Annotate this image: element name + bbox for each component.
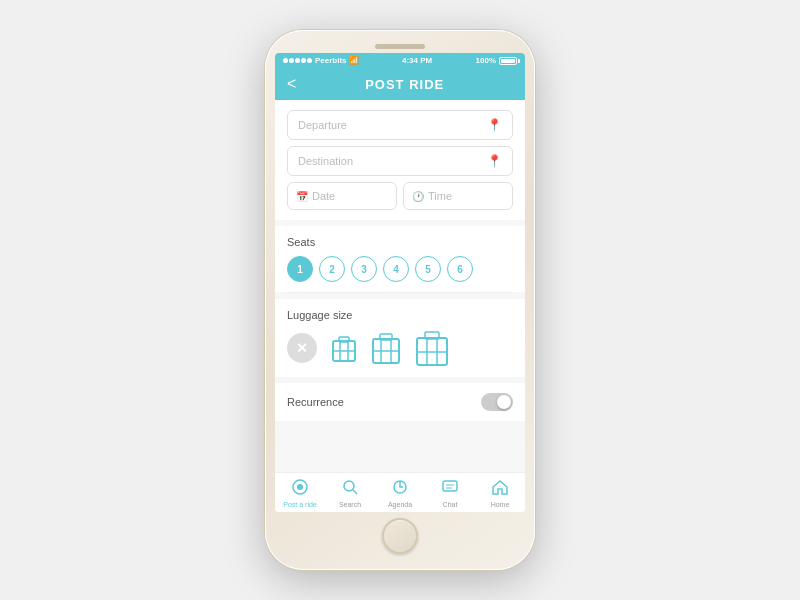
signal-dots [283,56,313,65]
home-icon [492,479,508,499]
no-luggage-icon: ✕ [287,333,317,363]
time-field[interactable]: 🕐 Time [403,182,513,210]
luggage-options: ✕ [287,329,513,367]
destination-field[interactable]: Destination 📍 [287,146,513,176]
status-right: 100% [476,56,517,65]
svg-line-18 [353,490,357,494]
seat-options: 1 2 3 4 5 6 [287,256,513,282]
time-label: 4:34 PM [402,56,432,65]
page-title: POST RIDE [296,77,513,92]
seats-section: Seats 1 2 3 4 5 6 [275,226,525,292]
time-placeholder: Time [428,190,452,202]
phone-speaker [375,44,425,49]
form-section: Departure 📍 Destination 📍 📅 Date 🕐 Time [275,100,525,220]
luggage-label: Luggage size [287,309,513,321]
date-field[interactable]: 📅 Date [287,182,397,210]
chat-label: Chat [443,501,458,508]
calendar-icon: 📅 [296,191,308,202]
status-bar: Peerbits 📶 4:34 PM 100% [275,53,525,68]
post-ride-icon [292,479,308,499]
agenda-icon [392,479,408,499]
destination-pin-icon: 📍 [487,154,502,168]
departure-placeholder: Departure [298,119,487,131]
bottom-nav: Post a ride Search Agenda Chat [275,472,525,512]
departure-field[interactable]: Departure 📍 [287,110,513,140]
battery-icon [499,57,517,65]
large-luggage-icon [415,329,449,367]
wifi-icon: 📶 [349,56,359,65]
date-time-row: 📅 Date 🕐 Time [287,182,513,210]
app-header: < POST RIDE [275,68,525,100]
luggage-medium-button[interactable] [371,331,401,365]
luggage-section: Luggage size ✕ [275,299,525,377]
svg-point-17 [344,481,354,491]
clock-icon: 🕐 [412,191,424,202]
post-ride-label: Post a ride [283,501,316,508]
home-label: Home [491,501,510,508]
recurrence-toggle[interactable] [481,393,513,411]
seat-6-button[interactable]: 6 [447,256,473,282]
seat-1-button[interactable]: 1 [287,256,313,282]
battery-label: 100% [476,56,496,65]
nav-search[interactable]: Search [325,479,375,508]
nav-chat[interactable]: Chat [425,479,475,508]
seats-label: Seats [287,236,513,248]
spacer [275,421,525,472]
luggage-small-button[interactable] [331,333,357,363]
seat-4-button[interactable]: 4 [383,256,409,282]
search-label: Search [339,501,361,508]
destination-placeholder: Destination [298,155,487,167]
seat-3-button[interactable]: 3 [351,256,377,282]
search-icon [342,479,358,499]
luggage-none-button[interactable]: ✕ [287,333,317,363]
medium-luggage-icon [371,331,401,365]
nav-home[interactable]: Home [475,479,525,508]
chat-icon [442,479,458,499]
phone-frame: Peerbits 📶 4:34 PM 100% < POST RIDE Depa… [265,30,535,570]
carrier-label: Peerbits [315,56,347,65]
status-left: Peerbits 📶 [283,56,359,65]
phone-screen: Peerbits 📶 4:34 PM 100% < POST RIDE Depa… [275,53,525,512]
agenda-label: Agenda [388,501,412,508]
nav-post-ride[interactable]: Post a ride [275,479,325,508]
recurrence-label: Recurrence [287,396,344,408]
divider [287,292,513,293]
home-button[interactable] [382,518,418,554]
main-content: Departure 📍 Destination 📍 📅 Date 🕐 Time [275,100,525,472]
svg-rect-20 [443,481,457,491]
location-pin-icon: 📍 [487,118,502,132]
nav-agenda[interactable]: Agenda [375,479,425,508]
small-luggage-icon [331,333,357,363]
seat-2-button[interactable]: 2 [319,256,345,282]
svg-point-16 [297,484,303,490]
recurrence-section: Recurrence [275,383,525,421]
toggle-knob [497,395,511,409]
luggage-large-button[interactable] [415,329,449,367]
back-button[interactable]: < [287,76,296,92]
date-placeholder: Date [312,190,335,202]
seat-5-button[interactable]: 5 [415,256,441,282]
